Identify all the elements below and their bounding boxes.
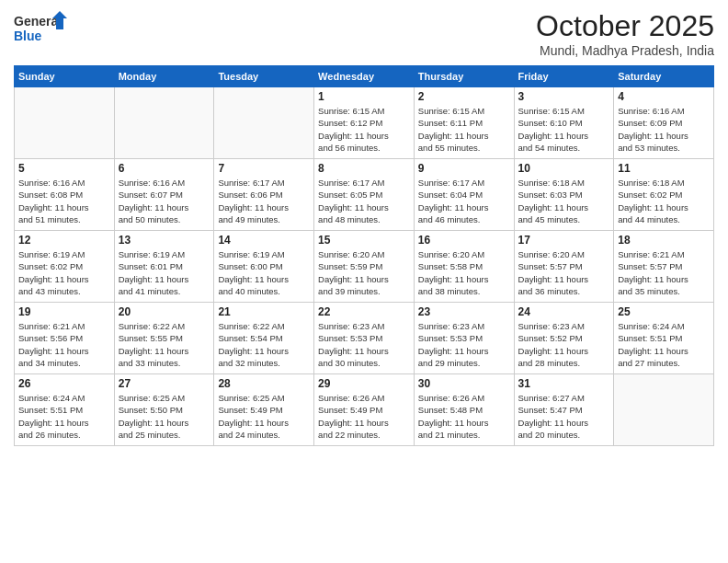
day-info: Sunrise: 6:21 AM Sunset: 5:57 PM Dayligh… [618,248,710,297]
day-number: 31 [518,377,610,390]
day-number: 6 [119,162,210,175]
title-section: October 2025 Mundi, Madhya Pradesh, Indi… [536,9,714,58]
header-saturday: Saturday [614,66,714,87]
day-info: Sunrise: 6:21 AM Sunset: 5:56 PM Dayligh… [18,320,110,369]
day-info: Sunrise: 6:17 AM Sunset: 6:06 PM Dayligh… [218,177,310,225]
calendar-cell: 11Sunrise: 6:18 AM Sunset: 6:02 PM Dayli… [614,159,714,231]
day-info: Sunrise: 6:16 AM Sunset: 6:09 PM Dayligh… [618,105,710,154]
calendar-cell: 4Sunrise: 6:16 AM Sunset: 6:09 PM Daylig… [614,87,714,159]
calendar-cell [614,374,714,446]
day-number: 18 [618,234,710,247]
day-number: 5 [18,162,110,175]
header-monday: Monday [114,66,214,87]
calendar-cell: 17Sunrise: 6:20 AM Sunset: 5:57 PM Dayli… [514,231,614,303]
calendar-cell [15,87,115,159]
day-info: Sunrise: 6:16 AM Sunset: 6:08 PM Dayligh… [18,177,110,225]
month-title: October 2025 [536,9,714,43]
calendar-cell: 21Sunrise: 6:22 AM Sunset: 5:54 PM Dayli… [214,303,314,374]
day-number: 28 [218,377,310,390]
day-number: 4 [618,90,710,103]
day-number: 20 [119,305,210,318]
calendar-cell: 31Sunrise: 6:27 AM Sunset: 5:47 PM Dayli… [514,374,614,446]
day-number: 7 [218,162,310,175]
week-row-3: 12Sunrise: 6:19 AM Sunset: 6:02 PM Dayli… [15,231,714,303]
day-info: Sunrise: 6:15 AM Sunset: 6:10 PM Dayligh… [518,105,610,154]
logo-svg: General Blue [14,9,69,48]
day-number: 2 [418,90,510,103]
day-info: Sunrise: 6:15 AM Sunset: 6:11 PM Dayligh… [418,105,510,154]
svg-text:Blue: Blue [14,29,42,43]
day-info: Sunrise: 6:17 AM Sunset: 6:05 PM Dayligh… [318,177,410,225]
calendar-cell: 15Sunrise: 6:20 AM Sunset: 5:59 PM Dayli… [314,231,415,303]
calendar-cell: 23Sunrise: 6:23 AM Sunset: 5:53 PM Dayli… [414,303,514,374]
day-info: Sunrise: 6:16 AM Sunset: 6:07 PM Dayligh… [119,177,210,225]
day-number: 11 [618,162,710,175]
day-info: Sunrise: 6:20 AM Sunset: 5:59 PM Dayligh… [318,248,410,297]
day-info: Sunrise: 6:24 AM Sunset: 5:51 PM Dayligh… [618,320,710,369]
calendar-cell: 13Sunrise: 6:19 AM Sunset: 6:01 PM Dayli… [114,231,214,303]
day-number: 16 [418,234,510,247]
header-thursday: Thursday [414,66,514,87]
calendar-cell: 2Sunrise: 6:15 AM Sunset: 6:11 PM Daylig… [414,87,514,159]
day-info: Sunrise: 6:19 AM Sunset: 6:01 PM Dayligh… [119,248,210,297]
calendar-cell: 24Sunrise: 6:23 AM Sunset: 5:52 PM Dayli… [514,303,614,374]
day-info: Sunrise: 6:23 AM Sunset: 5:52 PM Dayligh… [518,320,610,369]
calendar-cell: 16Sunrise: 6:20 AM Sunset: 5:58 PM Dayli… [414,231,514,303]
day-number: 19 [18,305,110,318]
calendar-cell: 29Sunrise: 6:26 AM Sunset: 5:49 PM Dayli… [314,374,415,446]
day-number: 10 [518,162,610,175]
day-number: 29 [318,377,410,390]
day-info: Sunrise: 6:23 AM Sunset: 5:53 PM Dayligh… [418,320,510,369]
day-number: 8 [318,162,410,175]
calendar-cell: 25Sunrise: 6:24 AM Sunset: 5:51 PM Dayli… [614,303,714,374]
day-number: 22 [318,305,410,318]
calendar-cell: 19Sunrise: 6:21 AM Sunset: 5:56 PM Dayli… [15,303,115,374]
calendar-cell: 12Sunrise: 6:19 AM Sunset: 6:02 PM Dayli… [15,231,115,303]
calendar-cell: 5Sunrise: 6:16 AM Sunset: 6:08 PM Daylig… [15,159,115,231]
day-info: Sunrise: 6:23 AM Sunset: 5:53 PM Dayligh… [318,320,410,369]
day-info: Sunrise: 6:27 AM Sunset: 5:47 PM Dayligh… [518,392,610,441]
day-number: 1 [318,90,410,103]
calendar-cell [114,87,214,159]
day-info: Sunrise: 6:25 AM Sunset: 5:49 PM Dayligh… [218,392,310,441]
calendar-cell: 18Sunrise: 6:21 AM Sunset: 5:57 PM Dayli… [614,231,714,303]
day-info: Sunrise: 6:22 AM Sunset: 5:55 PM Dayligh… [119,320,210,369]
week-row-4: 19Sunrise: 6:21 AM Sunset: 5:56 PM Dayli… [15,303,714,374]
calendar-cell: 10Sunrise: 6:18 AM Sunset: 6:03 PM Dayli… [514,159,614,231]
svg-text:General: General [14,14,62,29]
day-info: Sunrise: 6:18 AM Sunset: 6:03 PM Dayligh… [518,177,610,225]
page-header: General Blue October 2025 Mundi, Madhya … [14,9,714,58]
day-info: Sunrise: 6:15 AM Sunset: 6:12 PM Dayligh… [318,105,410,154]
calendar-cell: 7Sunrise: 6:17 AM Sunset: 6:06 PM Daylig… [214,159,314,231]
calendar-cell: 22Sunrise: 6:23 AM Sunset: 5:53 PM Dayli… [314,303,415,374]
day-info: Sunrise: 6:19 AM Sunset: 6:02 PM Dayligh… [18,248,110,297]
day-info: Sunrise: 6:24 AM Sunset: 5:51 PM Dayligh… [18,392,110,441]
day-info: Sunrise: 6:18 AM Sunset: 6:02 PM Dayligh… [618,177,710,225]
day-number: 15 [318,234,410,247]
day-number: 25 [618,305,710,318]
header-friday: Friday [514,66,614,87]
day-number: 21 [218,305,310,318]
day-number: 3 [518,90,610,103]
day-info: Sunrise: 6:20 AM Sunset: 5:57 PM Dayligh… [518,248,610,297]
calendar-cell: 1Sunrise: 6:15 AM Sunset: 6:12 PM Daylig… [314,87,415,159]
page-container: General Blue October 2025 Mundi, Madhya … [0,0,728,563]
day-info: Sunrise: 6:20 AM Sunset: 5:58 PM Dayligh… [418,248,510,297]
day-number: 14 [218,234,310,247]
day-info: Sunrise: 6:26 AM Sunset: 5:48 PM Dayligh… [418,392,510,441]
day-number: 27 [119,377,210,390]
week-row-1: 1Sunrise: 6:15 AM Sunset: 6:12 PM Daylig… [15,87,714,159]
day-info: Sunrise: 6:19 AM Sunset: 6:00 PM Dayligh… [218,248,310,297]
day-info: Sunrise: 6:26 AM Sunset: 5:49 PM Dayligh… [318,392,410,441]
calendar-cell: 27Sunrise: 6:25 AM Sunset: 5:50 PM Dayli… [114,374,214,446]
calendar-cell: 14Sunrise: 6:19 AM Sunset: 6:00 PM Dayli… [214,231,314,303]
header-tuesday: Tuesday [214,66,314,87]
calendar-cell: 30Sunrise: 6:26 AM Sunset: 5:48 PM Dayli… [414,374,514,446]
day-number: 17 [518,234,610,247]
week-row-2: 5Sunrise: 6:16 AM Sunset: 6:08 PM Daylig… [15,159,714,231]
day-number: 30 [418,377,510,390]
day-info: Sunrise: 6:17 AM Sunset: 6:04 PM Dayligh… [418,177,510,225]
location: Mundi, Madhya Pradesh, India [536,43,714,58]
calendar-cell: 28Sunrise: 6:25 AM Sunset: 5:49 PM Dayli… [214,374,314,446]
day-number: 24 [518,305,610,318]
